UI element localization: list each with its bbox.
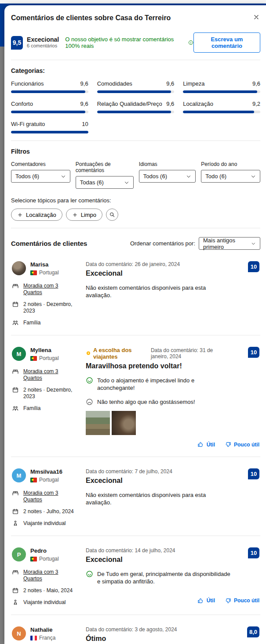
travel-group: Viajante individual: [23, 599, 66, 606]
time-of-year-select[interactable]: Todo (6): [201, 170, 260, 183]
chip-label: Localização: [26, 212, 56, 218]
solo-traveller-icon: [12, 599, 19, 606]
commenters-select[interactable]: Todos (6): [11, 170, 70, 183]
review-count: 6 comentários: [27, 43, 59, 49]
reviewer-name: Mmsilvaa16: [30, 468, 62, 475]
category-conforto: Conforto9,6: [11, 101, 88, 113]
category-bar: [11, 131, 88, 133]
traveller-choice-badge: A escolha dos viajantes: [86, 347, 148, 360]
stay-dates: 2 noites · Dezembro, 2023: [23, 301, 77, 314]
topic-chip-limpo[interactable]: Limpo: [66, 209, 102, 221]
useful-button[interactable]: Útil: [197, 595, 215, 606]
topic-search-button[interactable]: [106, 209, 118, 221]
room-type-link[interactable]: Moradia com 3 Quartos: [23, 368, 77, 381]
categories-grid: Funcionários9,6 Comodidades9,6 Limpeza9,…: [11, 80, 260, 133]
review-card: Marisa Portugal Moradia com 3 Quartos 2 …: [11, 250, 260, 335]
review-date: Data do comentário: 26 de janeiro, 2024: [86, 261, 231, 267]
stay-dates: 2 noites · Julho, 2024: [23, 508, 74, 515]
review-title: Excecional: [86, 556, 231, 564]
category-value: 9,6: [252, 80, 260, 87]
modal-header: Comentários de clientes sobre Casa do Te…: [11, 14, 260, 22]
stay-dates-item: 2 noites · Maio, 2024: [12, 587, 77, 594]
languages-select[interactable]: Todos (6): [139, 170, 196, 183]
chip-label: Limpo: [81, 212, 96, 218]
close-button[interactable]: [252, 13, 260, 21]
review-photos: [86, 411, 231, 435]
info-icon[interactable]: [188, 40, 193, 46]
scores-select[interactable]: Todas (6): [76, 176, 134, 189]
review-card: P Pedro Portugal Moradia com 3 Quartos 2…: [11, 536, 260, 615]
filter-time-of-year: Período do ano Todo (6): [201, 161, 260, 189]
topics-label: Selecione tópicos para ler comentários:: [11, 197, 260, 204]
category-label: Localização: [183, 101, 213, 107]
reviewer-name: Pedro: [30, 547, 59, 554]
room-type-link[interactable]: Moradia com 3 Quartos: [23, 490, 77, 503]
promise-text: O nosso objetivo é só mostrar comentário…: [65, 36, 186, 49]
room-type-link[interactable]: Moradia com 3 Quartos: [23, 283, 77, 296]
search-icon: [109, 212, 115, 218]
review-title: Ótimo: [86, 635, 231, 643]
bed-icon: [12, 489, 19, 496]
sort-select[interactable]: Mais antigos primeiro: [199, 237, 260, 250]
reviewer-country: Portugal: [39, 477, 59, 483]
category-wifi: Wi-Fi gratuito10: [11, 121, 88, 133]
reviewer-name: Nathalie: [30, 626, 55, 633]
stay-dates-item: 2 noites · Dezembro, 2023: [12, 301, 77, 314]
review-date: Data do comentário: 7 de julho, 2024: [86, 468, 231, 475]
solo-traveller-icon: [12, 520, 19, 527]
reviewer-name: Marisa: [30, 261, 59, 268]
bed-icon: [12, 368, 19, 375]
happy-face-icon: [86, 377, 93, 384]
review-score-badge: 10: [248, 468, 259, 479]
category-label: Conforto: [11, 101, 33, 107]
review-content: Data do comentário: 26 de janeiro, 2024 …: [86, 261, 231, 299]
reviewer-name: Myllena: [30, 347, 59, 354]
avatar-photo: [12, 261, 26, 275]
review-negative: Não tenho algo que não gostássemos!: [86, 398, 231, 406]
calendar-icon: [12, 386, 19, 393]
avatar-initial: M: [12, 468, 26, 482]
summary-row: 9,5 Excecional 6 comentários O nosso obj…: [11, 32, 260, 53]
not-useful-button[interactable]: Pouco útil: [225, 595, 259, 606]
room-type-item: Moradia com 3 Quartos: [12, 569, 77, 582]
review-title: Excecional: [86, 270, 231, 277]
topic-chip-localizacao[interactable]: Localização: [11, 209, 62, 221]
chevron-down-icon: [186, 174, 191, 179]
category-label: Comodidades: [97, 80, 132, 87]
chevron-down-icon: [251, 241, 256, 246]
review-body: Não existem comentários disponíveis para…: [86, 284, 231, 299]
review-score-column: 10: [248, 547, 259, 589]
travel-group: Família: [23, 320, 40, 326]
filters-heading: Filtros: [11, 148, 260, 155]
select-value: Mais antigos primeiro: [203, 237, 251, 250]
write-review-button[interactable]: Escreva um comentário: [193, 32, 260, 53]
review-content: A escolha dos viajantes Data do comentár…: [86, 347, 231, 435]
stay-dates-item: 2 noites · Dezembro, 2023: [12, 387, 77, 400]
travel-group-item: Viajante individual: [12, 520, 77, 527]
category-label: Wi-Fi gratuito: [11, 121, 45, 127]
avatar-initial: P: [12, 547, 26, 561]
chevron-down-icon: [61, 174, 66, 179]
reviewer-panel: Marisa Portugal Moradia com 3 Quartos 2 …: [12, 261, 77, 326]
review-photo-thumbnail[interactable]: [86, 411, 110, 435]
room-type-item: Moradia com 3 Quartos: [12, 283, 77, 296]
category-comodidades: Comodidades9,6: [97, 80, 175, 93]
divider: [11, 60, 260, 60]
filter-commenters: Comentadores Todos (6): [11, 161, 70, 189]
useful-button[interactable]: Útil: [197, 441, 215, 448]
review-title: Maravilhosa pretendo voltar!: [86, 362, 231, 370]
avatar-initial: N: [12, 626, 26, 640]
reviewer-country: França: [39, 635, 55, 641]
travel-group: Viajante individual: [23, 520, 66, 527]
room-type-item: Moradia com 3 Quartos: [12, 490, 77, 503]
category-limpeza: Limpeza9,6: [183, 80, 260, 93]
category-bar: [97, 111, 175, 113]
page-background-top: [0, 0, 266, 4]
filter-label: Comentadores: [11, 161, 70, 167]
room-type-link[interactable]: Moradia com 3 Quartos: [23, 569, 77, 582]
review-photo-thumbnail[interactable]: [112, 411, 136, 435]
filter-label: Idiomas: [139, 161, 196, 167]
portugal-flag-icon: [30, 356, 37, 361]
not-useful-button[interactable]: Pouco útil: [225, 441, 259, 448]
review-score-column: 10: [248, 347, 259, 435]
